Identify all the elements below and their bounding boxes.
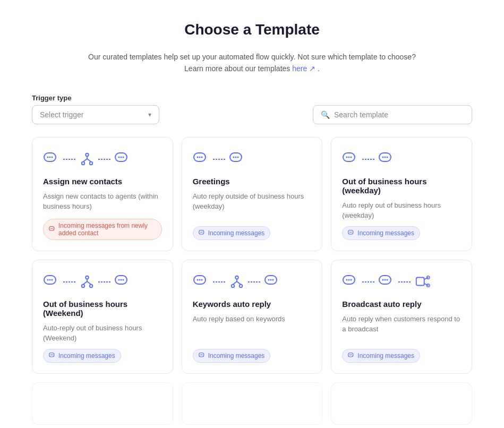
connector-icon [362, 278, 375, 287]
svg-point-39 [382, 156, 384, 158]
card-icon-row [342, 150, 461, 169]
svg-point-41 [387, 156, 388, 158]
svg-point-31 [201, 232, 202, 233]
svg-point-34 [346, 156, 348, 158]
svg-line-8 [87, 159, 91, 162]
svg-point-30 [200, 232, 201, 233]
card-desc: Assign new contacts to agents (within bu… [43, 191, 162, 213]
svg-rect-96 [416, 277, 424, 285]
svg-point-59 [118, 279, 120, 280]
svg-point-14 [121, 156, 122, 158]
badge-icon [199, 229, 205, 237]
svg-line-53 [83, 281, 88, 285]
svg-point-5 [86, 153, 89, 156]
svg-point-83 [200, 354, 201, 355]
svg-point-2 [49, 156, 51, 158]
bubble-left-icon [193, 273, 210, 292]
card-title: Broadcast auto reply [342, 299, 461, 309]
template-card-assign-new-contacts[interactable]: Assign new contacts Assign new contacts … [32, 137, 173, 251]
badge-text: Incoming messages from newly added conta… [58, 222, 156, 237]
svg-point-32 [202, 232, 203, 233]
template-grid: Assign new contacts Assign new contacts … [32, 137, 472, 374]
bubble-left-icon [193, 150, 210, 169]
connector-icon [63, 155, 76, 165]
svg-point-87 [346, 279, 348, 280]
svg-point-22 [199, 156, 200, 158]
trigger-select[interactable]: Select trigger ▾ [32, 105, 159, 124]
fork-icon [229, 273, 245, 292]
template-card-out-of-business-weekend[interactable]: Out of business hours (Weekend) Auto-rep… [32, 260, 173, 374]
card-title: Out of business hours (weekday) [342, 177, 461, 195]
svg-point-26 [233, 156, 234, 158]
badge-icon [348, 229, 354, 237]
svg-point-85 [202, 354, 203, 355]
trigger-badge: Incoming messages [342, 226, 420, 240]
connector-icon [63, 278, 76, 287]
svg-point-71 [235, 276, 238, 279]
svg-point-94 [387, 279, 388, 280]
template-card-greetings[interactable]: Greetings Auto reply outside of business… [182, 137, 323, 251]
broadcast-icon [414, 273, 430, 292]
card-icon-row [342, 273, 461, 292]
svg-point-67 [197, 279, 198, 280]
svg-line-73 [233, 281, 237, 285]
card-partial-3 [331, 382, 472, 425]
bubble-left-icon [43, 150, 60, 169]
card-desc: Auto reply based on keywords [193, 314, 312, 344]
svg-point-15 [123, 156, 124, 158]
svg-point-103 [351, 354, 352, 355]
card-title: Greetings [193, 177, 312, 186]
svg-point-13 [118, 156, 120, 158]
svg-point-88 [348, 279, 350, 280]
card-icon-row [43, 150, 162, 169]
svg-point-55 [82, 284, 85, 287]
svg-point-63 [50, 354, 52, 355]
card-title: Assign new contacts [43, 177, 162, 186]
svg-point-18 [52, 228, 53, 229]
subtitle: Our curated templates help set up your a… [88, 51, 417, 75]
trigger-badge: Incoming messages [193, 226, 271, 240]
connector-icon [213, 155, 226, 165]
card-desc: Auto reply when customers respond to a b… [342, 314, 461, 344]
chevron-down-icon: ▾ [148, 111, 151, 118]
svg-point-17 [50, 228, 52, 229]
template-card-keywords-auto-reply[interactable]: Keywords auto reply Auto reply based on … [182, 260, 323, 374]
connector-icon-2 [248, 278, 261, 287]
fork-icon [79, 273, 95, 292]
connector-icon [362, 155, 375, 165]
trigger-badge: Incoming messages [342, 349, 420, 363]
svg-point-92 [382, 279, 384, 280]
search-box[interactable]: 🔍 Search template [313, 105, 472, 124]
badge-icon [49, 352, 55, 359]
bubble-right-icon [229, 150, 246, 169]
svg-point-79 [268, 279, 269, 280]
card-title: Out of business hours (Weekend) [43, 299, 162, 318]
svg-point-10 [90, 161, 93, 165]
badge-text: Incoming messages [208, 352, 265, 359]
badge-icon [49, 226, 55, 233]
svg-point-44 [351, 232, 352, 233]
connector-icon-2 [98, 155, 111, 165]
search-placeholder: Search template [334, 110, 388, 119]
bubble-left-icon [342, 273, 359, 292]
template-card-out-of-business-weekday[interactable]: Out of business hours (weekday) Auto rep… [331, 137, 472, 251]
learn-more-link[interactable]: here ↗ [292, 64, 318, 73]
svg-point-35 [348, 156, 350, 158]
svg-point-61 [123, 279, 124, 280]
bubble-right-icon [114, 273, 131, 292]
bubble-right-icon [114, 150, 131, 169]
card-desc: Auto-reply out of business hours (Weeken… [43, 323, 162, 344]
connector-icon-2 [98, 278, 111, 287]
svg-point-23 [201, 156, 202, 158]
fork-icon [79, 151, 95, 169]
connector-icon-2 [398, 278, 411, 287]
svg-point-9 [82, 161, 85, 165]
trigger-label: Trigger type [32, 94, 159, 102]
svg-line-54 [87, 281, 91, 285]
card-partial-1 [32, 382, 173, 425]
card-partial-2 [182, 382, 323, 425]
template-card-broadcast-auto-reply[interactable]: Broadcast auto reply Auto reply when cus… [331, 260, 472, 374]
svg-point-93 [385, 279, 386, 280]
trigger-badge: Incoming messages [43, 349, 121, 363]
svg-point-1 [47, 156, 49, 158]
